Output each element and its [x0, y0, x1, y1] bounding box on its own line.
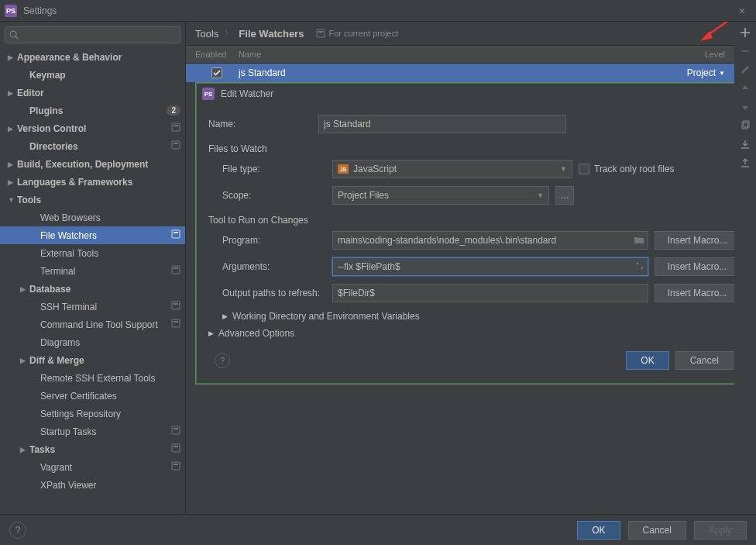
svg-rect-17: [174, 446, 178, 447]
sidebar-item-appearance-behavior[interactable]: ▶Appearance & Behavior: [0, 48, 185, 66]
track-root-checkbox[interactable]: Track only root files: [579, 164, 675, 174]
search-input[interactable]: [5, 26, 180, 43]
move-down-button[interactable]: [739, 101, 751, 113]
chevron-right-icon: ▶: [20, 285, 29, 293]
expand-icon[interactable]: [634, 260, 645, 271]
arguments-input[interactable]: [332, 257, 648, 276]
sidebar-item-command-line-tool-support[interactable]: Command Line Tool Support: [0, 316, 185, 333]
col-header-level[interactable]: Level: [671, 50, 725, 59]
breadcrumb: Tools 〉 File Watchers For current projec…: [186, 22, 734, 45]
dialog-ok-button[interactable]: OK: [626, 351, 668, 370]
sidebar-item-tasks[interactable]: ▶Tasks: [0, 440, 185, 458]
edit-button[interactable]: [739, 64, 751, 76]
dialog-cancel-button[interactable]: Cancel: [675, 351, 734, 370]
sidebar-item-ssh-terminal[interactable]: SSH Terminal: [0, 298, 185, 316]
chevron-right-icon: ▶: [8, 178, 17, 186]
sidebar-item-label: SSH Terminal: [40, 302, 171, 312]
breadcrumb-root[interactable]: Tools: [195, 28, 218, 40]
sidebar-item-version-control[interactable]: ▶Version Control: [0, 119, 185, 137]
sidebar-item-label: Database: [29, 284, 180, 295]
svg-rect-21: [318, 31, 323, 33]
scope-ellipsis-button[interactable]: …: [555, 186, 574, 205]
file-type-select[interactable]: JSJavaScript ▼: [332, 160, 572, 178]
sidebar-item-terminal[interactable]: Terminal: [0, 262, 185, 280]
sidebar-item-tools[interactable]: ▼Tools: [0, 191, 185, 209]
sidebar-item-diff-merge[interactable]: ▶Diff & Merge: [0, 351, 185, 369]
copy-button[interactable]: [739, 119, 751, 132]
svg-rect-14: [172, 426, 180, 434]
apply-button[interactable]: Apply: [694, 521, 747, 540]
advanced-options-section[interactable]: ▶ Advanced Options: [208, 328, 740, 339]
row-level[interactable]: Project: [687, 67, 716, 78]
svg-rect-26: [744, 121, 749, 127]
import-button[interactable]: [739, 138, 751, 150]
sidebar-item-startup-tasks[interactable]: Startup Tasks: [0, 423, 185, 440]
working-dir-section[interactable]: ▶ Working Directory and Environment Vari…: [222, 311, 740, 322]
chevron-right-icon: ▶: [8, 160, 17, 168]
sidebar-item-label: Appearance & Behavior: [17, 52, 180, 63]
svg-rect-25: [742, 122, 747, 129]
checkbox-checked-icon[interactable]: [211, 67, 222, 78]
sidebar-item-label: Diagrams: [40, 337, 180, 348]
add-button[interactable]: [739, 26, 751, 39]
chevron-right-icon: ▶: [20, 357, 29, 364]
sidebar-item-editor[interactable]: ▶Editor: [0, 84, 185, 102]
svg-rect-12: [172, 319, 180, 327]
help-button[interactable]: ?: [9, 522, 26, 539]
sidebar-item-label: Languages & Frameworks: [17, 177, 180, 188]
sidebar-item-build-execution-deployment[interactable]: ▶Build, Execution, Deployment: [0, 155, 185, 173]
project-scope-icon: [171, 229, 180, 241]
sidebar-item-label: Diff & Merge: [29, 355, 180, 366]
tool-section-label: Tool to Run on Changes: [208, 215, 740, 226]
insert-macro-output-button[interactable]: Insert Macro...: [655, 284, 740, 302]
sidebar-item-keymap[interactable]: Keymap: [0, 66, 185, 84]
cancel-button[interactable]: Cancel: [628, 521, 686, 540]
sidebar-item-label: Web Browsers: [40, 212, 180, 223]
project-scope-icon: [171, 461, 180, 473]
col-header-name[interactable]: Name: [239, 50, 671, 59]
insert-macro-arguments-button[interactable]: Insert Macro...: [655, 257, 740, 276]
chevron-right-icon: ▶: [8, 89, 17, 97]
sidebar-item-database[interactable]: ▶Database: [0, 280, 185, 298]
sidebar-item-label: File Watchers: [40, 230, 171, 241]
project-scope-icon: [171, 319, 180, 330]
sidebar-item-directories[interactable]: Directories: [0, 137, 185, 155]
program-input[interactable]: [332, 231, 648, 250]
sidebar-item-vagrant[interactable]: Vagrant: [0, 458, 185, 476]
name-input[interactable]: [318, 115, 566, 133]
sidebar-item-settings-repository[interactable]: Settings Repository: [0, 405, 185, 423]
help-button[interactable]: ?: [215, 353, 230, 368]
svg-rect-11: [174, 303, 178, 305]
project-scope-icon: [171, 122, 180, 134]
sidebar-item-plugins[interactable]: Plugins2: [0, 102, 185, 119]
col-header-enabled[interactable]: Enabled: [195, 50, 239, 59]
files-section-label: Files to Watch: [208, 143, 740, 154]
scope-label: Scope:: [208, 190, 332, 201]
project-scope-icon: [171, 443, 180, 455]
ok-button[interactable]: OK: [577, 521, 620, 540]
export-button[interactable]: [739, 157, 751, 169]
edit-watcher-dialog: PS Edit Watcher × Name: Files to Watch F…: [195, 82, 753, 385]
sidebar-item-external-tools[interactable]: External Tools: [0, 244, 185, 262]
sidebar-item-xpath-viewer[interactable]: XPath Viewer: [0, 476, 185, 494]
sidebar-item-server-certificates[interactable]: Server Certificates: [0, 387, 185, 405]
output-paths-input[interactable]: [332, 284, 648, 302]
remove-button[interactable]: [739, 45, 751, 57]
move-up-button[interactable]: [739, 82, 751, 95]
project-scope-icon: [171, 426, 180, 437]
sidebar-item-diagrams[interactable]: Diagrams: [0, 333, 185, 351]
scope-select[interactable]: Project Files ▼: [332, 186, 549, 205]
sidebar-item-web-browsers[interactable]: Web Browsers: [0, 209, 185, 226]
sidebar-item-file-watchers[interactable]: File Watchers: [0, 226, 185, 244]
svg-rect-9: [174, 267, 178, 269]
sidebar-item-languages-frameworks[interactable]: ▶Languages & Frameworks: [0, 173, 185, 191]
sidebar-item-label: Keymap: [29, 70, 180, 81]
folder-browse-icon[interactable]: [633, 234, 645, 247]
svg-rect-10: [172, 302, 180, 309]
insert-macro-program-button[interactable]: Insert Macro...: [655, 231, 740, 250]
close-icon[interactable]: ×: [733, 5, 751, 17]
table-row[interactable]: js Standard Project ▼: [186, 64, 734, 82]
chevron-right-icon: ▶: [222, 312, 228, 320]
chevron-down-icon[interactable]: ▼: [719, 70, 725, 77]
sidebar-item-remote-ssh-external-tools[interactable]: Remote SSH External Tools: [0, 369, 185, 387]
